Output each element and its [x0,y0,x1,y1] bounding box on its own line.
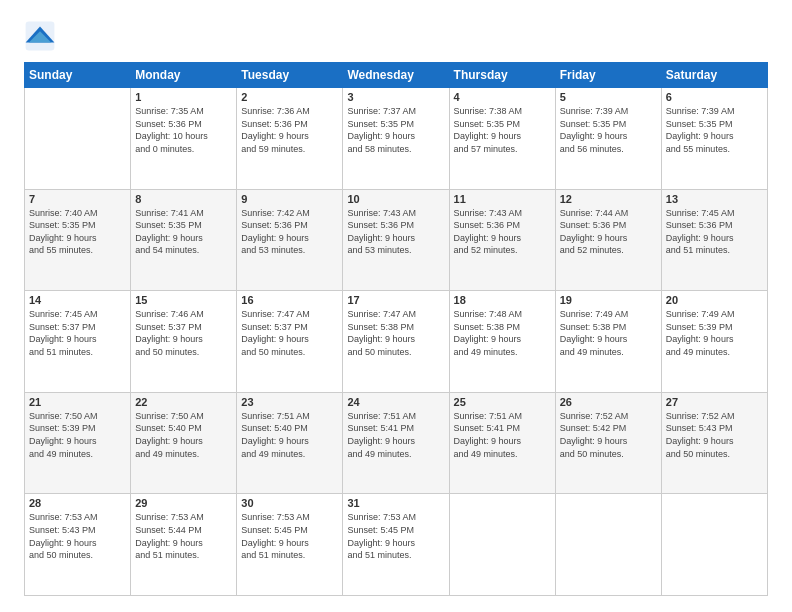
cell-info: Sunrise: 7:47 AM Sunset: 5:37 PM Dayligh… [241,308,338,358]
day-number: 9 [241,193,338,205]
calendar-cell: 23Sunrise: 7:51 AM Sunset: 5:40 PM Dayli… [237,392,343,494]
calendar-cell: 11Sunrise: 7:43 AM Sunset: 5:36 PM Dayli… [449,189,555,291]
calendar-cell [449,494,555,596]
page: SundayMondayTuesdayWednesdayThursdayFrid… [0,0,792,612]
day-number: 11 [454,193,551,205]
week-row-4: 21Sunrise: 7:50 AM Sunset: 5:39 PM Dayli… [25,392,768,494]
calendar-cell: 5Sunrise: 7:39 AM Sunset: 5:35 PM Daylig… [555,88,661,190]
cell-info: Sunrise: 7:51 AM Sunset: 5:40 PM Dayligh… [241,410,338,460]
calendar-cell: 13Sunrise: 7:45 AM Sunset: 5:36 PM Dayli… [661,189,767,291]
cell-info: Sunrise: 7:52 AM Sunset: 5:43 PM Dayligh… [666,410,763,460]
calendar-cell: 20Sunrise: 7:49 AM Sunset: 5:39 PM Dayli… [661,291,767,393]
calendar-cell: 3Sunrise: 7:37 AM Sunset: 5:35 PM Daylig… [343,88,449,190]
day-number: 15 [135,294,232,306]
day-number: 20 [666,294,763,306]
calendar-cell: 27Sunrise: 7:52 AM Sunset: 5:43 PM Dayli… [661,392,767,494]
day-number: 25 [454,396,551,408]
cell-info: Sunrise: 7:49 AM Sunset: 5:38 PM Dayligh… [560,308,657,358]
calendar-cell: 22Sunrise: 7:50 AM Sunset: 5:40 PM Dayli… [131,392,237,494]
cell-info: Sunrise: 7:53 AM Sunset: 5:45 PM Dayligh… [241,511,338,561]
day-number: 19 [560,294,657,306]
day-number: 18 [454,294,551,306]
day-number: 12 [560,193,657,205]
cell-info: Sunrise: 7:52 AM Sunset: 5:42 PM Dayligh… [560,410,657,460]
calendar-cell: 17Sunrise: 7:47 AM Sunset: 5:38 PM Dayli… [343,291,449,393]
week-row-3: 14Sunrise: 7:45 AM Sunset: 5:37 PM Dayli… [25,291,768,393]
cell-info: Sunrise: 7:51 AM Sunset: 5:41 PM Dayligh… [347,410,444,460]
calendar-cell: 4Sunrise: 7:38 AM Sunset: 5:35 PM Daylig… [449,88,555,190]
day-number: 29 [135,497,232,509]
day-number: 8 [135,193,232,205]
calendar-cell: 14Sunrise: 7:45 AM Sunset: 5:37 PM Dayli… [25,291,131,393]
calendar-cell [555,494,661,596]
cell-info: Sunrise: 7:50 AM Sunset: 5:39 PM Dayligh… [29,410,126,460]
calendar-cell: 9Sunrise: 7:42 AM Sunset: 5:36 PM Daylig… [237,189,343,291]
day-number: 1 [135,91,232,103]
header-cell-friday: Friday [555,63,661,88]
day-number: 21 [29,396,126,408]
calendar-cell: 21Sunrise: 7:50 AM Sunset: 5:39 PM Dayli… [25,392,131,494]
day-number: 5 [560,91,657,103]
day-number: 3 [347,91,444,103]
header-cell-wednesday: Wednesday [343,63,449,88]
day-number: 26 [560,396,657,408]
cell-info: Sunrise: 7:51 AM Sunset: 5:41 PM Dayligh… [454,410,551,460]
header-cell-tuesday: Tuesday [237,63,343,88]
calendar-cell: 30Sunrise: 7:53 AM Sunset: 5:45 PM Dayli… [237,494,343,596]
cell-info: Sunrise: 7:45 AM Sunset: 5:37 PM Dayligh… [29,308,126,358]
calendar-cell: 6Sunrise: 7:39 AM Sunset: 5:35 PM Daylig… [661,88,767,190]
cell-info: Sunrise: 7:47 AM Sunset: 5:38 PM Dayligh… [347,308,444,358]
header-cell-thursday: Thursday [449,63,555,88]
header-cell-sunday: Sunday [25,63,131,88]
cell-info: Sunrise: 7:42 AM Sunset: 5:36 PM Dayligh… [241,207,338,257]
calendar-cell: 7Sunrise: 7:40 AM Sunset: 5:35 PM Daylig… [25,189,131,291]
cell-info: Sunrise: 7:37 AM Sunset: 5:35 PM Dayligh… [347,105,444,155]
day-number: 30 [241,497,338,509]
day-number: 17 [347,294,444,306]
day-number: 6 [666,91,763,103]
header-cell-saturday: Saturday [661,63,767,88]
cell-info: Sunrise: 7:53 AM Sunset: 5:45 PM Dayligh… [347,511,444,561]
cell-info: Sunrise: 7:38 AM Sunset: 5:35 PM Dayligh… [454,105,551,155]
cell-info: Sunrise: 7:46 AM Sunset: 5:37 PM Dayligh… [135,308,232,358]
calendar-cell: 24Sunrise: 7:51 AM Sunset: 5:41 PM Dayli… [343,392,449,494]
calendar-cell: 28Sunrise: 7:53 AM Sunset: 5:43 PM Dayli… [25,494,131,596]
header-cell-monday: Monday [131,63,237,88]
calendar-header: SundayMondayTuesdayWednesdayThursdayFrid… [25,63,768,88]
calendar-cell: 1Sunrise: 7:35 AM Sunset: 5:36 PM Daylig… [131,88,237,190]
calendar-cell: 10Sunrise: 7:43 AM Sunset: 5:36 PM Dayli… [343,189,449,291]
calendar-cell: 29Sunrise: 7:53 AM Sunset: 5:44 PM Dayli… [131,494,237,596]
week-row-2: 7Sunrise: 7:40 AM Sunset: 5:35 PM Daylig… [25,189,768,291]
week-row-5: 28Sunrise: 7:53 AM Sunset: 5:43 PM Dayli… [25,494,768,596]
calendar-cell: 19Sunrise: 7:49 AM Sunset: 5:38 PM Dayli… [555,291,661,393]
day-number: 24 [347,396,444,408]
header [24,20,768,52]
day-number: 22 [135,396,232,408]
calendar-cell: 8Sunrise: 7:41 AM Sunset: 5:35 PM Daylig… [131,189,237,291]
cell-info: Sunrise: 7:41 AM Sunset: 5:35 PM Dayligh… [135,207,232,257]
calendar-cell: 26Sunrise: 7:52 AM Sunset: 5:42 PM Dayli… [555,392,661,494]
calendar-cell: 12Sunrise: 7:44 AM Sunset: 5:36 PM Dayli… [555,189,661,291]
calendar-cell: 18Sunrise: 7:48 AM Sunset: 5:38 PM Dayli… [449,291,555,393]
day-number: 16 [241,294,338,306]
calendar-cell: 31Sunrise: 7:53 AM Sunset: 5:45 PM Dayli… [343,494,449,596]
day-number: 7 [29,193,126,205]
cell-info: Sunrise: 7:50 AM Sunset: 5:40 PM Dayligh… [135,410,232,460]
calendar-cell: 2Sunrise: 7:36 AM Sunset: 5:36 PM Daylig… [237,88,343,190]
cell-info: Sunrise: 7:53 AM Sunset: 5:44 PM Dayligh… [135,511,232,561]
day-number: 23 [241,396,338,408]
logo [24,20,60,52]
cell-info: Sunrise: 7:43 AM Sunset: 5:36 PM Dayligh… [347,207,444,257]
day-number: 10 [347,193,444,205]
cell-info: Sunrise: 7:35 AM Sunset: 5:36 PM Dayligh… [135,105,232,155]
calendar-cell: 15Sunrise: 7:46 AM Sunset: 5:37 PM Dayli… [131,291,237,393]
cell-info: Sunrise: 7:44 AM Sunset: 5:36 PM Dayligh… [560,207,657,257]
header-row: SundayMondayTuesdayWednesdayThursdayFrid… [25,63,768,88]
cell-info: Sunrise: 7:48 AM Sunset: 5:38 PM Dayligh… [454,308,551,358]
cell-info: Sunrise: 7:53 AM Sunset: 5:43 PM Dayligh… [29,511,126,561]
day-number: 14 [29,294,126,306]
day-number: 27 [666,396,763,408]
cell-info: Sunrise: 7:36 AM Sunset: 5:36 PM Dayligh… [241,105,338,155]
day-number: 13 [666,193,763,205]
calendar-cell: 16Sunrise: 7:47 AM Sunset: 5:37 PM Dayli… [237,291,343,393]
